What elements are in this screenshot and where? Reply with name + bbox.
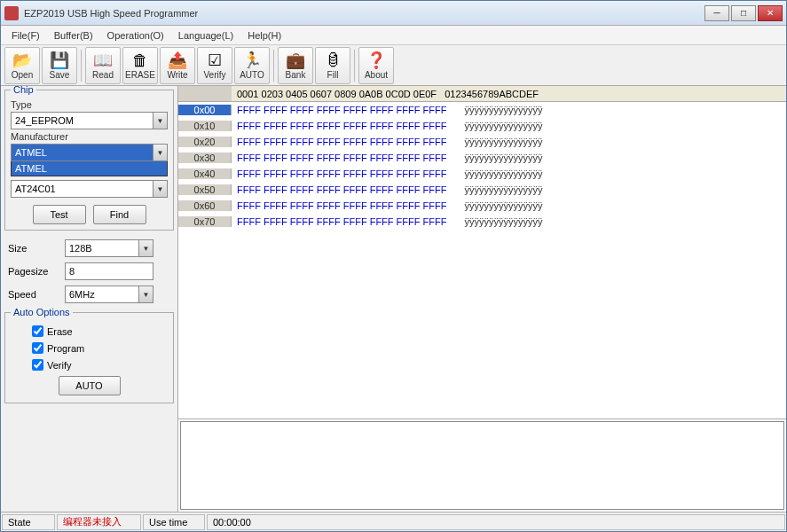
chevron-down-icon: ▼ xyxy=(153,113,167,129)
menu-file[interactable]: File(F) xyxy=(4,27,47,43)
menu-buffer[interactable]: Buffer(B) xyxy=(47,27,100,43)
hex-header: 0001 0203 0405 0607 0809 0A0B 0C0D 0E0F … xyxy=(178,86,786,102)
hex-bytes: FFFF FFFF FFFF FFFF FFFF FFFF FFFF FFFF xyxy=(232,153,446,163)
size-label: Size xyxy=(8,243,61,254)
hex-ascii: ÿÿÿÿÿÿÿÿÿÿÿÿÿÿÿÿ xyxy=(446,184,542,195)
chevron-down-icon: ▼ xyxy=(138,286,153,302)
log-area xyxy=(180,421,784,510)
hex-bytes: FFFF FFFF FFFF FFFF FFFF FFFF FFFF FFFF xyxy=(232,184,446,195)
toolbar-read-button[interactable]: 📖Read xyxy=(85,47,121,84)
toolbar-fill-button[interactable]: 🛢Fill xyxy=(315,47,350,84)
hex-addr: 0x60 xyxy=(178,200,232,211)
hex-ascii: ÿÿÿÿÿÿÿÿÿÿÿÿÿÿÿÿ xyxy=(446,105,542,115)
speed-combo[interactable]: 6MHz ▼ xyxy=(65,286,153,303)
toolbar-label: AUTO xyxy=(240,71,264,80)
status-usetime-label: Use time xyxy=(143,514,205,530)
device-value: AT24C01 xyxy=(15,184,56,194)
close-button[interactable]: ✕ xyxy=(758,5,783,21)
chip-group-label: Chip xyxy=(11,86,36,95)
hex-addr: 0x00 xyxy=(178,105,232,115)
toolbar-erase-button[interactable]: 🗑ERASE xyxy=(122,47,158,84)
about-icon: ❓ xyxy=(366,51,387,70)
hex-addr: 0x30 xyxy=(178,153,232,163)
chip-group: Chip Type 24_EEPROM ▼ Manufacturer ATMEL… xyxy=(4,90,174,231)
program-checkbox[interactable] xyxy=(32,342,43,354)
auto-options-label: Auto Options xyxy=(11,307,73,317)
bank-icon: 💼 xyxy=(285,51,306,70)
toolbar-bank-button[interactable]: 💼Bank xyxy=(278,47,313,84)
hex-ascii: ÿÿÿÿÿÿÿÿÿÿÿÿÿÿÿÿ xyxy=(446,137,542,147)
manufacturer-value: ATMEL xyxy=(15,147,47,158)
toolbar-save-button[interactable]: 💾Save xyxy=(42,47,77,84)
hex-addr: 0x20 xyxy=(178,137,232,147)
toolbar-write-button[interactable]: 📤Write xyxy=(160,47,195,84)
hex-bytes: FFFF FFFF FFFF FFFF FFFF FFFF FFFF FFFF xyxy=(232,137,446,147)
toolbar-auto-button[interactable]: 🏃AUTO xyxy=(234,47,270,84)
toolbar-about-button[interactable]: ❓About xyxy=(358,47,394,84)
device-combo[interactable]: AT24C01 ▼ xyxy=(11,180,168,198)
menu-language[interactable]: Language(L) xyxy=(171,27,240,43)
auto-icon: 🏃 xyxy=(241,51,263,70)
hex-addr: 0x50 xyxy=(178,184,232,195)
toolbar-label: Save xyxy=(50,71,70,80)
hex-editor[interactable]: 0001 0203 0405 0607 0809 0A0B 0C0D 0E0F … xyxy=(178,86,786,419)
hex-header-cols: 0001 0203 0405 0607 0809 0A0B 0C0D 0E0F … xyxy=(232,89,539,99)
toolbar-label: Read xyxy=(92,71,114,80)
fill-icon: 🛢 xyxy=(322,51,343,70)
hex-row[interactable]: 0x70FFFF FFFF FFFF FFFF FFFF FFFF FFFF F… xyxy=(178,214,786,230)
status-state-value: 编程器未接入 xyxy=(57,514,141,530)
verify-icon: ☑ xyxy=(204,51,225,70)
manufacturer-dropdown: ATMEL xyxy=(11,160,168,176)
dropdown-item-atmel[interactable]: ATMEL xyxy=(12,161,167,176)
program-label: Program xyxy=(47,343,84,354)
type-combo[interactable]: 24_EEPROM ▼ xyxy=(11,112,168,129)
left-panel: Chip Type 24_EEPROM ▼ Manufacturer ATMEL… xyxy=(1,86,178,512)
menu-operation[interactable]: Operation(O) xyxy=(100,27,171,43)
pagesize-input[interactable] xyxy=(65,262,153,280)
size-combo[interactable]: 128B ▼ xyxy=(65,239,153,257)
app-icon xyxy=(4,6,19,20)
manufacturer-combo[interactable]: ATMEL ▼ xyxy=(11,144,168,161)
titlebar: EZP2019 USB High Speed Programmer ─ □ ✕ xyxy=(1,1,786,26)
type-value: 24_EEPROM xyxy=(15,115,74,126)
window-title: EZP2019 USB High Speed Programmer xyxy=(24,8,704,19)
hex-addr: 0x10 xyxy=(178,121,232,131)
hex-addr: 0x70 xyxy=(178,216,232,227)
read-icon: 📖 xyxy=(92,51,114,70)
status-state-label: State xyxy=(2,514,55,530)
type-label: Type xyxy=(11,99,168,110)
hex-row[interactable]: 0x00FFFF FFFF FFFF FFFF FFFF FFFF FFFF F… xyxy=(178,102,786,118)
test-button[interactable]: Test xyxy=(33,205,86,224)
open-icon: 📂 xyxy=(12,51,33,70)
hex-row[interactable]: 0x50FFFF FFFF FFFF FFFF FFFF FFFF FFFF F… xyxy=(178,182,786,198)
hex-row[interactable]: 0x40FFFF FFFF FFFF FFFF FFFF FFFF FFFF F… xyxy=(178,166,786,182)
chevron-down-icon: ▼ xyxy=(138,240,153,256)
menu-help[interactable]: Help(H) xyxy=(240,27,288,43)
erase-icon: 🗑 xyxy=(130,51,151,70)
toolbar-label: Bank xyxy=(286,71,306,80)
save-icon: 💾 xyxy=(49,51,70,70)
maximize-button[interactable]: □ xyxy=(731,5,756,21)
hex-ascii: ÿÿÿÿÿÿÿÿÿÿÿÿÿÿÿÿ xyxy=(446,216,542,227)
find-button[interactable]: Find xyxy=(93,205,146,224)
auto-button[interactable]: AUTO xyxy=(59,376,121,395)
param-grid: Size 128B ▼ Pagesize Speed 6MHz ▼ xyxy=(4,236,174,307)
erase-label: Erase xyxy=(47,326,73,337)
statusbar: State 编程器未接入 Use time 00:00:00 xyxy=(1,512,786,531)
hex-row[interactable]: 0x60FFFF FFFF FFFF FFFF FFFF FFFF FFFF F… xyxy=(178,198,786,214)
hex-row[interactable]: 0x10FFFF FFFF FFFF FFFF FFFF FFFF FFFF F… xyxy=(178,118,786,134)
toolbar-label: ERASE xyxy=(125,71,155,80)
toolbar-label: About xyxy=(365,71,388,80)
hex-ascii: ÿÿÿÿÿÿÿÿÿÿÿÿÿÿÿÿ xyxy=(446,153,542,163)
toolbar-verify-button[interactable]: ☑Verify xyxy=(197,47,232,84)
chevron-down-icon: ▼ xyxy=(153,181,167,197)
erase-checkbox[interactable] xyxy=(32,325,43,337)
write-icon: 📤 xyxy=(167,51,188,70)
toolbar-open-button[interactable]: 📂Open xyxy=(4,47,40,84)
minimize-button[interactable]: ─ xyxy=(704,5,729,21)
pagesize-label: Pagesize xyxy=(8,266,61,277)
verify-checkbox[interactable] xyxy=(32,359,43,371)
hex-row[interactable]: 0x30FFFF FFFF FFFF FFFF FFFF FFFF FFFF F… xyxy=(178,150,786,166)
hex-row[interactable]: 0x20FFFF FFFF FFFF FFFF FFFF FFFF FFFF F… xyxy=(178,134,786,150)
speed-label: Speed xyxy=(8,289,61,300)
